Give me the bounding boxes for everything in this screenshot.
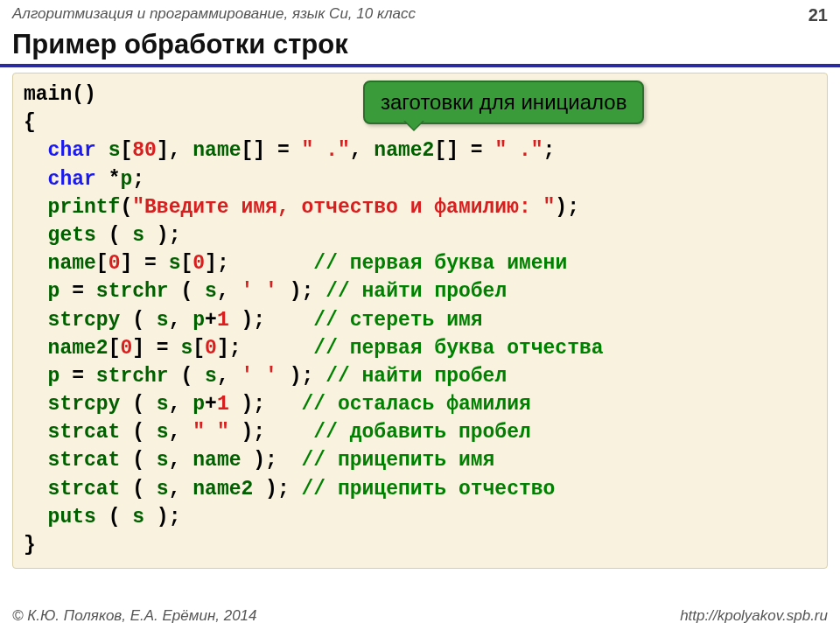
url: http://kpolyakov.spb.ru [680, 607, 828, 625]
footer: © К.Ю. Поляков, Е.А. Ерёмин, 2014 http:/… [0, 607, 840, 625]
header: Алгоритмизация и программирование, язык … [0, 0, 840, 29]
copyright: © К.Ю. Поляков, Е.А. Ерёмин, 2014 [12, 607, 257, 625]
slide-title: Пример обработки строк [12, 29, 828, 60]
page-number: 21 [808, 5, 828, 25]
callout-bubble: заготовки для инициалов [363, 80, 644, 124]
code-block: main() { char s[80], name[] = " .", name… [12, 73, 828, 569]
course-name: Алгоритмизация и программирование, язык … [12, 5, 416, 25]
title-row: Пример обработки строк [0, 29, 840, 67]
